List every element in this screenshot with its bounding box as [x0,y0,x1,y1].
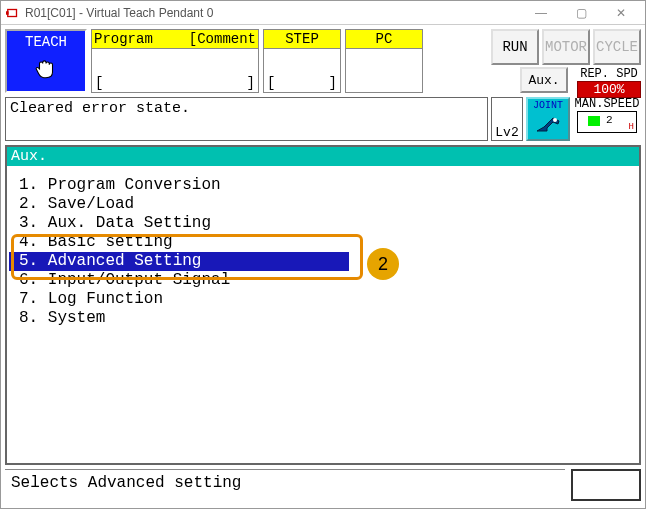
step-body-right: ] [329,75,337,91]
footer: Selects Advanced setting [5,469,641,501]
pc-panel: PC [345,29,423,93]
man-speed-meter[interactable]: 2 H [577,111,637,133]
main-title: Aux. [7,147,639,166]
minimize-button[interactable]: — [521,2,561,24]
window-title: R01[C01] - Virtual Teach Pendant 0 [25,6,521,20]
svg-point-2 [553,118,557,122]
man-speed-label: MAN.SPEED [575,97,640,111]
step-head: STEP [285,31,319,47]
menu-item-4[interactable]: 4. Basic setting [9,233,637,252]
maximize-button[interactable]: ▢ [561,2,601,24]
menu-item-8[interactable]: 8. System [9,309,637,328]
robot-arm-icon [533,111,563,135]
joint-label: JOINT [533,100,563,111]
footer-hint: Selects Advanced setting [5,469,565,501]
program-panel: Program [Comment [ ] [91,29,259,93]
app-window: R01[C01] - Virtual Teach Pendant 0 — ▢ ✕… [0,0,646,509]
callout-badge: 2 [367,248,399,280]
man-speed: MAN.SPEED 2 H [573,97,641,141]
program-body-left: [ [95,75,103,91]
hand-icon [32,56,60,82]
joint-button[interactable]: JOINT [526,97,570,141]
titlebar: R01[C01] - Virtual Teach Pendant 0 — ▢ ✕ [1,1,645,25]
step-body-left: [ [267,75,275,91]
svg-rect-0 [8,9,17,16]
program-body-right: ] [247,75,255,91]
status-row: Cleared error state. Lv2 JOINT MAN.SPEED… [1,97,645,141]
main-panel: Aux. 1. Program Conversion2. Save/Load3.… [5,145,641,465]
menu-item-2[interactable]: 2. Save/Load [9,195,637,214]
menu-item-5[interactable]: 5. Advanced Setting [9,252,349,271]
run-button[interactable]: RUN [491,29,539,65]
rep-speed-label: REP. SPD [580,67,638,81]
menu-item-6[interactable]: 6. Input/Output Signal [9,271,637,290]
status-message: Cleared error state. [5,97,488,141]
teach-label: TEACH [25,34,67,50]
right-column: RUN MOTOR CYCLE Aux. REP. SPD 100% [427,29,641,97]
menu-list: 1. Program Conversion2. Save/Load3. Aux.… [7,166,639,463]
menu-item-1[interactable]: 1. Program Conversion [9,176,637,195]
program-head-right: [Comment [189,31,256,47]
top-row: TEACH Program [Comment [ ] STEP [1,25,645,97]
step-panel: STEP [ ] [263,29,341,93]
program-head-left: Program [94,31,153,47]
rep-speed-value: 100% [577,81,641,98]
pc-head: PC [376,31,393,47]
man-speed-value: 2 [606,114,613,126]
aux-button[interactable]: Aux. [520,67,568,93]
lv2-indicator[interactable]: Lv2 [491,97,523,141]
menu-item-3[interactable]: 3. Aux. Data Setting [9,214,637,233]
teach-button[interactable]: TEACH [5,29,87,93]
rep-speed: REP. SPD 100% [577,67,641,98]
motor-button[interactable]: MOTOR [542,29,590,65]
cycle-button[interactable]: CYCLE [593,29,641,65]
app-icon [5,5,21,21]
close-button[interactable]: ✕ [601,2,641,24]
svg-rect-1 [6,11,9,15]
menu-item-7[interactable]: 7. Log Function [9,290,637,309]
footer-box [571,469,641,501]
man-speed-h: H [629,122,634,132]
